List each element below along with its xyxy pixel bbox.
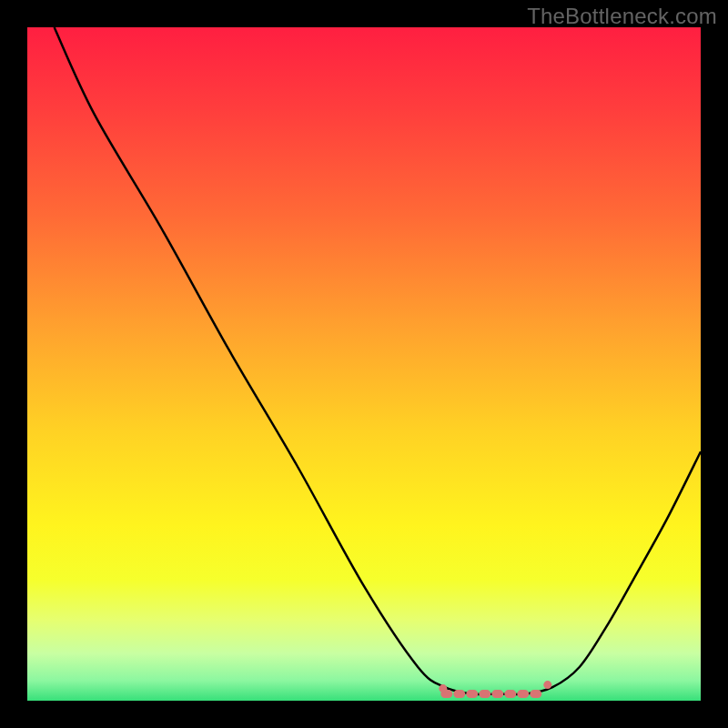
chart-frame: TheBottleneck.com — [0, 0, 728, 728]
plot-svg — [27, 27, 701, 701]
curve-line — [55, 27, 701, 694]
optimal-range-end-dot-1 — [543, 681, 551, 689]
optimal-range-end-dot-0 — [439, 684, 447, 693]
plot-area — [27, 27, 701, 701]
watermark-text: TheBottleneck.com — [527, 4, 717, 29]
optimal-range-marker — [439, 681, 551, 694]
